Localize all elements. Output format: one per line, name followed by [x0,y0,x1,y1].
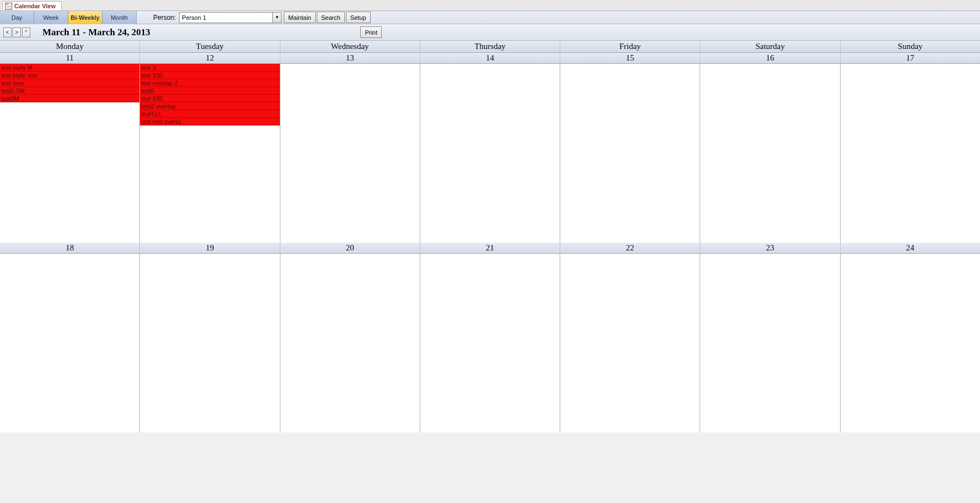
day-header-cell: Thursday [420,41,560,52]
date-number-cell[interactable]: 14 [420,53,560,63]
calendar-event[interactable]: test3M [0,95,139,102]
view-tab-month[interactable]: Month [102,11,137,24]
day-cell[interactable] [700,254,840,433]
date-number-cell[interactable]: 12 [140,53,280,63]
calendar-event[interactable]: test triple ove [0,72,139,79]
day-cell[interactable] [700,64,840,243]
date-number-cell[interactable]: 20 [280,243,420,253]
calendar-event[interactable]: test1-5M [0,87,139,95]
navigation-bar: < > ^ March 11 - March 24, 2013 Print [0,24,980,41]
person-dropdown-button[interactable]: ▼ [273,12,281,23]
day-cell[interactable] [420,64,560,243]
calendar-event[interactable]: test 3 [140,64,279,72]
calendar-event[interactable]: test overlap 2 [140,79,279,87]
week-body-row [0,254,980,433]
svg-rect-5 [6,8,11,9]
caret-up-icon: ^ [25,29,28,35]
date-number-cell[interactable]: 11 [0,53,140,63]
next-button[interactable]: > [13,28,21,37]
maintain-button[interactable]: Maintain [284,12,316,23]
up-button[interactable]: ^ [22,28,30,37]
day-cell[interactable]: test early Mtest triple ovetest newtest1… [0,64,140,243]
day-header-cell: Sunday [841,41,980,52]
date-number-cell[interactable]: 19 [140,243,280,253]
svg-rect-4 [6,7,11,8]
day-header-cell: Monday [0,41,140,52]
calendar-event[interactable]: test 530 [140,95,279,102]
document-tab-calendar-view[interactable]: Calendar View [2,1,62,10]
calendar-grid: MondayTuesdayWednesdayThursdayFridaySatu… [0,41,980,433]
day-cell[interactable] [560,64,700,243]
day-cell[interactable] [280,64,420,243]
chevron-left-icon: < [6,29,9,35]
document-tab-label: Calendar View [14,3,56,9]
date-number-cell[interactable]: 23 [700,243,840,253]
day-cell[interactable] [280,254,420,433]
person-input[interactable] [179,12,273,23]
chevron-down-icon: ▼ [275,15,279,20]
day-header-cell: Wednesday [280,41,420,52]
view-tab-week[interactable]: Week [34,11,68,24]
person-combobox: ▼ [179,12,281,23]
access-form-icon [5,2,12,10]
prev-button[interactable]: < [3,28,12,37]
calendar-event[interactable]: testTu1 [140,110,279,118]
date-number-row: 18192021222324 [0,243,980,254]
calendar-event[interactable]: test5 [140,87,279,95]
chevron-right-icon: > [15,29,19,35]
calendar-event[interactable]: test new [0,79,139,87]
date-number-cell[interactable]: 13 [280,53,420,63]
date-number-cell[interactable]: 15 [560,53,700,63]
calendar-event[interactable]: test early M [0,64,139,72]
calendar-event[interactable]: test2 overlap [140,102,279,110]
week-body-row: test early Mtest triple ovetest newtest1… [0,64,980,243]
svg-rect-3 [6,6,11,7]
print-button[interactable]: Print [360,26,382,38]
day-cell[interactable] [420,254,560,433]
svg-rect-1 [6,4,8,4]
date-number-cell[interactable]: 16 [700,53,840,63]
date-range-label: March 11 - March 24, 2013 [42,27,150,38]
svg-rect-2 [6,5,11,6]
view-tab-day[interactable]: Day [0,11,34,24]
date-number-cell[interactable]: 22 [560,243,700,253]
day-cell[interactable]: test 3test 330test overlap 2test5test 53… [140,64,280,243]
document-tab-strip: Calendar View [0,0,980,11]
view-tab-biweekly[interactable]: Bi-Weekly [68,11,102,24]
calendar-event[interactable]: test 330 [140,72,279,79]
day-header-cell: Saturday [700,41,840,52]
day-header-cell: Friday [560,41,700,52]
date-number-cell[interactable]: 18 [0,243,140,253]
search-button[interactable]: Search [317,12,345,23]
day-cell[interactable] [841,64,980,243]
day-cell[interactable] [560,254,700,433]
day-cell[interactable] [0,254,140,433]
view-toolbar: Day Week Bi-Weekly Month Person: ▼ Maint… [0,11,980,24]
setup-button[interactable]: Setup [346,12,371,23]
person-label: Person: [153,14,179,21]
date-number-cell[interactable]: 17 [841,53,980,63]
date-number-cell[interactable]: 24 [841,243,980,253]
day-cell[interactable] [841,254,980,433]
day-header-cell: Tuesday [140,41,280,52]
calendar-event[interactable]: test mid overla [140,118,279,125]
date-number-cell[interactable]: 21 [420,243,560,253]
day-cell[interactable] [140,254,280,433]
day-header-row: MondayTuesdayWednesdayThursdayFridaySatu… [0,41,980,53]
date-number-row: 11121314151617 [0,53,980,64]
